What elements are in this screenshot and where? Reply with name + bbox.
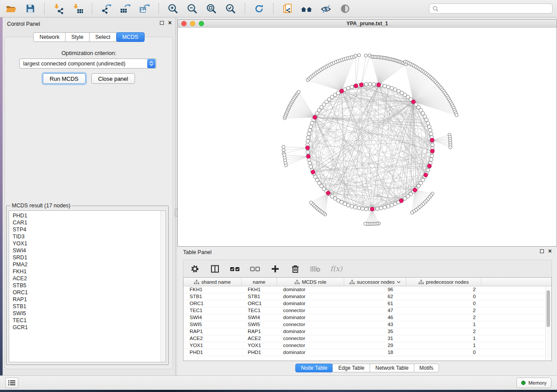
zoom-in-button[interactable]: [166, 2, 180, 15]
column-header-MCDS-role[interactable]: MCDS role: [277, 278, 344, 286]
graph-selected-node[interactable]: [413, 188, 417, 192]
graph-node[interactable]: [387, 205, 390, 208]
houses-button[interactable]: [300, 2, 313, 15]
import-network-button[interactable]: [52, 2, 65, 15]
add-column-icon[interactable]: [270, 264, 280, 274]
result-node[interactable]: STB5: [13, 282, 166, 289]
zoom-selected-button[interactable]: [224, 2, 237, 15]
graph-node[interactable]: [426, 121, 429, 125]
graph-node[interactable]: [346, 86, 350, 90]
mcds-result-list[interactable]: PHD1CAR1STP4TID3YOX1SWI4SRD1PMA2FKH1ACE2…: [9, 210, 166, 362]
float-panel-icon[interactable]: [160, 21, 164, 25]
result-node[interactable]: FKH1: [13, 268, 166, 275]
graph-selected-node[interactable]: [305, 146, 309, 150]
graph-node[interactable]: [383, 206, 386, 209]
graph-selected-node[interactable]: [359, 83, 363, 87]
graph-node[interactable]: [425, 118, 428, 121]
graph-selected-node[interactable]: [399, 199, 403, 203]
graph-node[interactable]: [309, 165, 312, 168]
graph-node[interactable]: [350, 205, 353, 208]
graph-leaf-node[interactable]: [354, 54, 357, 57]
table-row[interactable]: STB1STB1dominator620: [183, 293, 551, 300]
table-row[interactable]: PHD1PHD1dominator180: [183, 349, 551, 356]
tab-style[interactable]: Style: [65, 32, 90, 42]
graph-node[interactable]: [350, 85, 353, 89]
graph-leaf-node[interactable]: [364, 54, 367, 57]
graph-selected-node[interactable]: [427, 164, 431, 168]
graph-selected-node[interactable]: [412, 100, 415, 104]
graph-node[interactable]: [315, 178, 319, 182]
result-node[interactable]: SWI4: [13, 247, 166, 254]
graph-node[interactable]: [394, 88, 397, 91]
run-mcds-button[interactable]: Run MCDS: [43, 73, 86, 84]
graph-node[interactable]: [361, 207, 364, 210]
result-node[interactable]: RAP1: [13, 296, 166, 303]
graph-leaf-node[interactable]: [283, 153, 286, 156]
graph-node[interactable]: [333, 93, 337, 96]
search-input[interactable]: [441, 5, 549, 12]
memory-button[interactable]: Memory: [516, 378, 551, 388]
result-node[interactable]: PMA2: [13, 261, 166, 268]
tab-select[interactable]: Select: [89, 32, 117, 42]
tab-network-table[interactable]: Network Table: [370, 364, 414, 372]
eye-slash-button[interactable]: [319, 2, 332, 15]
tab-edge-table[interactable]: Edge Table: [332, 364, 370, 372]
export-table-button[interactable]: [119, 2, 132, 15]
table-row[interactable]: ACE2ACE2connector311: [183, 335, 551, 342]
graph-node[interactable]: [306, 151, 309, 154]
graph-node[interactable]: [306, 136, 310, 139]
graph-node[interactable]: [383, 84, 386, 88]
graph-selected-node[interactable]: [311, 170, 315, 174]
table-row[interactable]: SWI4SWI4dominator462: [183, 314, 551, 321]
result-node[interactable]: PHD1: [13, 212, 166, 219]
graph-node[interactable]: [353, 206, 357, 209]
graph-node[interactable]: [426, 168, 429, 172]
settings-gear-icon[interactable]: [190, 264, 200, 274]
graph-node[interactable]: [314, 175, 317, 179]
select-all-icon[interactable]: [230, 264, 240, 274]
graph-node[interactable]: [379, 206, 383, 210]
table-row[interactable]: SWI5SWI5connector431: [183, 321, 551, 328]
graph-leaf-node[interactable]: [282, 145, 285, 148]
graph-node[interactable]: [429, 132, 433, 135]
result-node[interactable]: SRD1: [13, 254, 166, 261]
graph-leaf-node[interactable]: [282, 148, 285, 151]
graph-selected-node[interactable]: [430, 138, 434, 142]
delete-column-icon[interactable]: [290, 264, 301, 274]
open-file-button[interactable]: [4, 2, 17, 15]
column-selector-icon[interactable]: [210, 264, 220, 274]
result-node[interactable]: STB1: [13, 303, 166, 310]
tab-node-table[interactable]: Node Table: [295, 364, 333, 372]
close-table-panel-icon[interactable]: ×: [548, 249, 552, 253]
graph-node[interactable]: [430, 154, 433, 158]
import-table-button[interactable]: [71, 2, 84, 15]
zoom-fit-button[interactable]: [205, 2, 218, 15]
column-header-successor-nodes[interactable]: successor nodes: [344, 278, 406, 286]
graph-node[interactable]: [390, 203, 394, 207]
graph-leaf-node[interactable]: [410, 211, 413, 214]
column-header-name[interactable]: name: [242, 278, 277, 286]
graph-node[interactable]: [421, 112, 425, 115]
graph-selected-node[interactable]: [377, 83, 381, 87]
task-history-button[interactable]: [5, 378, 18, 388]
result-node[interactable]: ACE2: [13, 275, 166, 282]
tab-motifs[interactable]: Motifs: [414, 364, 439, 372]
graph-node[interactable]: [343, 202, 346, 206]
result-node[interactable]: GCR1: [13, 324, 166, 331]
graph-selected-node[interactable]: [339, 89, 343, 93]
graph-node[interactable]: [429, 128, 432, 132]
graph-node[interactable]: [357, 206, 361, 210]
graph-leaf-node[interactable]: [363, 222, 367, 225]
save-session-button[interactable]: [24, 2, 37, 15]
toolbar-search[interactable]: [429, 3, 553, 14]
graph-leaf-node[interactable]: [309, 201, 312, 204]
result-node[interactable]: SWI5: [13, 310, 166, 317]
criterion-dropdown[interactable]: largest connected component (undirected): [19, 58, 156, 69]
graph-node[interactable]: [429, 158, 433, 161]
float-table-panel-icon[interactable]: [540, 249, 544, 253]
close-panel-icon[interactable]: ×: [168, 21, 172, 25]
graph-node[interactable]: [308, 162, 311, 165]
graph-node[interactable]: [364, 83, 368, 86]
new-network-from-selection-button[interactable]: [281, 2, 294, 15]
graph-node[interactable]: [336, 91, 340, 95]
